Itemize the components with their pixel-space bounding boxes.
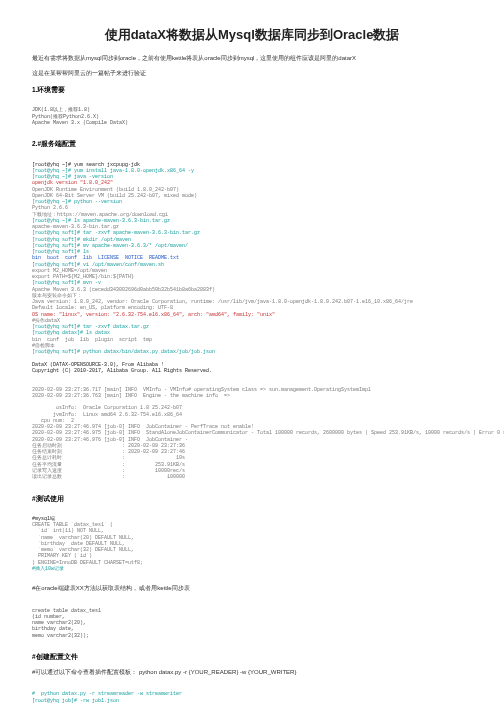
section-2-heading: 2.#服务端配置 <box>32 140 472 149</box>
intro-paragraph: 最近有需求将数据从mysql同步到oracle，之前有使用kettle将表从or… <box>32 54 472 63</box>
template-cmd-note: #可以通过以下命令查看插件配置模板： python datax.py -r {Y… <box>32 668 472 677</box>
env-requirements: JDK(1.8以上，推荐1.8) Python(推荐Python2.6.X) A… <box>32 101 472 132</box>
section-3-heading: #测试使用 <box>32 495 472 504</box>
datax-cmd-code: # python datax.py -r streamreader -w str… <box>32 685 472 710</box>
oracle-table-code: create table datax_tes1 (id number, name… <box>32 601 472 645</box>
mysql-test-code: #mysql端 CREATE TABLE `datax_tes1` ( `id`… <box>32 510 472 579</box>
section-4-heading: #创建配置文件 <box>32 653 472 662</box>
link-note: 这是在某帮帮阿里云的一篇帖子来进行验证 <box>32 69 472 78</box>
server-config-code: [root@yhq ~]# yum search jxcpupg-jdk [ro… <box>32 155 472 486</box>
page-title: 使用dataX将数据从Mysql数据库同步到Oracle数据 <box>32 26 472 44</box>
section-1-heading: 1.环境需要 <box>32 86 472 95</box>
oracle-hint: #在oracle端建表XX方法以获取表结构， 或者用kettle同步表 <box>32 584 472 593</box>
